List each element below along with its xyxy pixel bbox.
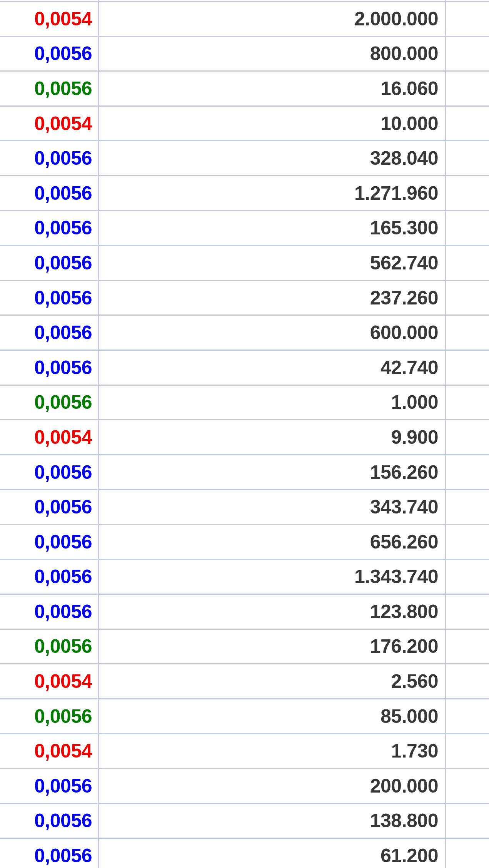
table-row: 0,0054 10.000 [0, 105, 489, 140]
table-row: 0,0056 1.000 [0, 385, 489, 420]
table-row: 0,0056 237.260 [0, 280, 489, 315]
price-cell: 0,0056 [0, 630, 99, 664]
quantity-cell: 1.000 [99, 386, 446, 420]
table-row: 0,0056 600.000 [0, 314, 489, 350]
price-cell: 0,0054 [0, 420, 99, 454]
table-row: 0,0056 328.040 [0, 140, 489, 175]
price-cell: 0,0056 [0, 351, 99, 385]
price-cell: 0,0054 [0, 734, 99, 768]
price-cell: 0,0056 [0, 176, 99, 210]
empty-cell [446, 2, 489, 36]
empty-cell [446, 734, 489, 768]
price-cell: 0,0056 [0, 211, 99, 245]
quantity-cell: 16.060 [99, 72, 446, 105]
quantity-cell: 9.900 [99, 420, 446, 454]
table-row: 0,0054 2.000.000 [0, 1, 489, 36]
price-cell: 0,0056 [0, 839, 99, 868]
quantity-cell: 123.800 [99, 595, 446, 629]
empty-cell [446, 351, 489, 385]
price-cell: 0,0056 [0, 37, 99, 71]
quantity-cell: 85.000 [99, 699, 446, 733]
price-cell: 0,0056 [0, 560, 99, 594]
price-cell: 0,0056 [0, 490, 99, 524]
quantity-cell: 343.740 [99, 490, 446, 524]
quantity-cell: 562.740 [99, 246, 446, 280]
quantity-cell: 1.271.960 [99, 176, 446, 210]
quantity-cell [99, 0, 446, 1]
quantity-cell: 656.260 [99, 525, 446, 559]
price-cell: 0,0056 [0, 769, 99, 803]
price-cell: 0,0056 [0, 316, 99, 350]
table-row-partial [0, 0, 489, 1]
quantity-cell: 165.300 [99, 211, 446, 245]
price-cell [0, 0, 99, 1]
empty-cell [446, 0, 489, 1]
quantity-cell: 2.560 [99, 664, 446, 698]
table-row: 0,0056 61.200 [0, 838, 489, 868]
quantity-cell: 200.000 [99, 769, 446, 803]
empty-cell [446, 525, 489, 559]
empty-cell [446, 490, 489, 524]
empty-cell [446, 246, 489, 280]
table-row: 0,0056 138.800 [0, 803, 489, 838]
price-cell: 0,0056 [0, 386, 99, 420]
quantity-cell: 176.200 [99, 630, 446, 664]
empty-cell [446, 804, 489, 838]
table-row: 0,0054 1.730 [0, 733, 489, 768]
table-row: 0,0056 800.000 [0, 36, 489, 71]
table-row: 0,0056 16.060 [0, 70, 489, 105]
empty-cell [446, 107, 489, 140]
empty-cell [446, 211, 489, 245]
table-row: 0,0056 156.260 [0, 454, 489, 489]
price-cell: 0,0056 [0, 72, 99, 105]
empty-cell [446, 630, 489, 664]
quantity-cell: 1.730 [99, 734, 446, 768]
table-row: 0,0056 85.000 [0, 698, 489, 733]
empty-cell [446, 37, 489, 71]
empty-cell [446, 595, 489, 629]
table-row: 0,0056 562.740 [0, 245, 489, 280]
quantity-cell: 61.200 [99, 839, 446, 868]
quantity-cell: 138.800 [99, 804, 446, 838]
quantity-cell: 2.000.000 [99, 2, 446, 36]
empty-cell [446, 72, 489, 105]
quantity-cell: 800.000 [99, 37, 446, 71]
quantity-cell: 156.260 [99, 455, 446, 489]
price-cell: 0,0056 [0, 455, 99, 489]
price-cell: 0,0054 [0, 107, 99, 140]
table-row: 0,0056 200.000 [0, 768, 489, 803]
empty-cell [446, 176, 489, 210]
table-row: 0,0056 1.343.740 [0, 559, 489, 594]
trades-table: 0,0054 2.000.000 0,0056 800.000 0,0056 1… [0, 0, 489, 868]
empty-cell [446, 141, 489, 175]
price-cell: 0,0056 [0, 699, 99, 733]
table-row: 0,0054 9.900 [0, 419, 489, 454]
empty-cell [446, 455, 489, 489]
price-cell: 0,0056 [0, 141, 99, 175]
table-row: 0,0056 42.740 [0, 350, 489, 385]
table-row: 0,0054 2.560 [0, 663, 489, 698]
table-row: 0,0056 343.740 [0, 489, 489, 524]
price-cell: 0,0056 [0, 595, 99, 629]
empty-cell [446, 560, 489, 594]
empty-cell [446, 839, 489, 868]
quantity-cell: 600.000 [99, 316, 446, 350]
quantity-cell: 42.740 [99, 351, 446, 385]
empty-cell [446, 664, 489, 698]
quantity-cell: 1.343.740 [99, 560, 446, 594]
table-row: 0,0056 656.260 [0, 524, 489, 559]
quantity-cell: 328.040 [99, 141, 446, 175]
empty-cell [446, 281, 489, 315]
empty-cell [446, 699, 489, 733]
price-cell: 0,0054 [0, 664, 99, 698]
price-cell: 0,0056 [0, 281, 99, 315]
table-row: 0,0056 123.800 [0, 594, 489, 629]
price-cell: 0,0056 [0, 804, 99, 838]
table-row: 0,0056 1.271.960 [0, 175, 489, 210]
empty-cell [446, 769, 489, 803]
price-cell: 0,0056 [0, 246, 99, 280]
price-cell: 0,0056 [0, 525, 99, 559]
empty-cell [446, 316, 489, 350]
quantity-cell: 10.000 [99, 107, 446, 140]
empty-cell [446, 420, 489, 454]
